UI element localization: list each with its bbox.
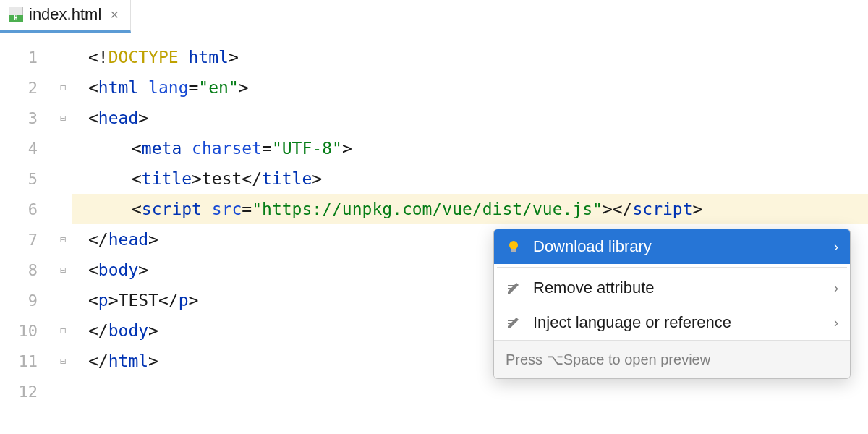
svg-rect-3 bbox=[508, 288, 514, 289]
fold-marker[interactable]: ⊟ bbox=[57, 264, 69, 276]
chevron-right-icon: › bbox=[834, 239, 838, 255]
tab-filename: index.html bbox=[29, 5, 101, 24]
fold-marker[interactable]: ⊟ bbox=[57, 355, 69, 367]
intention-popup: Download library › Remove attribute › In… bbox=[493, 229, 851, 379]
svg-point-0 bbox=[509, 241, 518, 250]
tab-bar: index.html × bbox=[0, 0, 868, 33]
fold-marker[interactable]: ⊟ bbox=[57, 234, 69, 245]
svg-rect-2 bbox=[508, 285, 515, 286]
popup-separator bbox=[497, 267, 847, 268]
line-number: 3 bbox=[0, 109, 38, 127]
line-number: 8 bbox=[0, 261, 38, 279]
svg-rect-1 bbox=[511, 249, 516, 252]
code-line: <title>test</title> bbox=[72, 163, 868, 194]
fold-marker[interactable]: ⊟ bbox=[57, 112, 69, 124]
fold-marker[interactable]: ⊟ bbox=[57, 325, 69, 336]
chevron-right-icon: › bbox=[834, 281, 838, 296]
line-number: 12 bbox=[0, 383, 38, 401]
code-line: <meta charset="UTF-8"> bbox=[72, 133, 868, 163]
svg-rect-5 bbox=[508, 323, 514, 324]
popup-footer: Press ⌥Space to open preview bbox=[494, 340, 850, 378]
popup-item-label: Download library bbox=[533, 237, 822, 256]
fold-marker[interactable]: ⊟ bbox=[57, 82, 69, 93]
popup-item-label: Remove attribute bbox=[533, 278, 822, 297]
line-number: 6 bbox=[0, 200, 38, 218]
line-number: 5 bbox=[0, 170, 38, 188]
line-number: 10 bbox=[0, 322, 38, 340]
line-number: 7 bbox=[0, 231, 38, 249]
line-number: 2 bbox=[0, 79, 38, 97]
bulb-icon bbox=[506, 239, 522, 255]
editor-body: 1 2⊟ 3⊟ 4 5 6 7⊟ 8⊟ 9 10⊟ 11⊟ 12 <!DOCTY… bbox=[0, 33, 868, 434]
gutter: 1 2⊟ 3⊟ 4 5 6 7⊟ 8⊟ 9 10⊟ 11⊟ 12 bbox=[0, 33, 72, 434]
code-line: <html lang="en"> bbox=[72, 72, 868, 103]
code-line: <head> bbox=[72, 103, 868, 133]
html-file-icon bbox=[9, 7, 23, 22]
edit-icon bbox=[506, 315, 522, 331]
popup-item-remove-attribute[interactable]: Remove attribute › bbox=[494, 271, 850, 305]
popup-item-label: Inject language or reference bbox=[533, 313, 822, 332]
line-number: 9 bbox=[0, 292, 38, 310]
code-line-highlighted: <script src="https://unpkg.com/vue/dist/… bbox=[72, 194, 868, 224]
edit-icon bbox=[506, 280, 522, 296]
line-number: 4 bbox=[0, 140, 38, 158]
line-number: 11 bbox=[0, 352, 38, 370]
close-icon[interactable]: × bbox=[107, 7, 122, 23]
code-line: <!DOCTYPE html> bbox=[72, 42, 868, 72]
chevron-right-icon: › bbox=[834, 315, 838, 331]
popup-item-download-library[interactable]: Download library › bbox=[494, 229, 850, 264]
popup-item-inject-language[interactable]: Inject language or reference › bbox=[494, 305, 850, 340]
svg-rect-4 bbox=[508, 320, 515, 321]
line-number: 1 bbox=[0, 48, 38, 67]
file-tab[interactable]: index.html × bbox=[0, 0, 131, 33]
